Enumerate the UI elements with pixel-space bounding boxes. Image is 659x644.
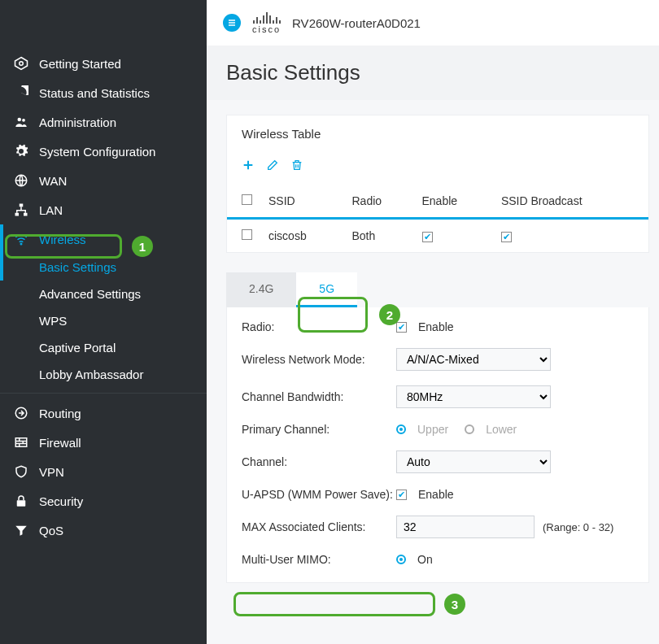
wireless-table-actions (227, 152, 648, 180)
primary-upper-radio[interactable] (396, 424, 406, 434)
sidebar-label: QoS (39, 524, 63, 537)
sidebar-item-qos[interactable]: QoS (0, 516, 207, 545)
page-title: Basic Settings (207, 46, 659, 100)
wireless-table: SSID Radio Enable SSID Broadcast ciscosb… (227, 185, 648, 252)
col-radio: Radio (346, 185, 416, 219)
primary-lower-text: Lower (486, 423, 517, 436)
primary-channel-label: Primary Channel: (242, 423, 396, 436)
sidebar-item-routing[interactable]: Routing (0, 398, 207, 428)
sidebar-sub-advanced-settings[interactable]: Advanced Settings (0, 281, 207, 307)
mimo-on-radio[interactable] (396, 555, 406, 564)
route-icon (11, 406, 31, 420)
sidebar-item-security[interactable]: Security (0, 486, 207, 516)
device-name: RV260W-routerA0D021 (292, 16, 421, 30)
svg-point-2 (18, 118, 22, 122)
lock-icon (11, 494, 31, 508)
sidebar-item-lan[interactable]: LAN (0, 195, 207, 224)
mode-label: Wireless Network Mode: (242, 353, 396, 366)
svg-point-8 (20, 243, 22, 245)
annotation-1: 1 (132, 236, 153, 257)
channel-select[interactable]: Auto (396, 450, 551, 473)
annotation-2: 2 (379, 304, 400, 325)
sidebar-label: LAN (39, 203, 63, 217)
delete-icon[interactable] (290, 159, 303, 175)
annotation-3: 3 (444, 594, 465, 615)
wireless-table-panel: Wireless Table SSID Radio Enable SSID Br… (226, 115, 649, 253)
sidebar-divider (0, 393, 207, 394)
sidebar-label: Routing (39, 407, 81, 420)
sidebar-label: Firewall (39, 436, 81, 450)
band-tabs: 2.4G 5G (226, 272, 649, 307)
max-clients-range: (Range: 0 - 32) (543, 521, 613, 533)
sidebar-item-firewall[interactable]: Firewall (0, 428, 207, 457)
max-clients-label: MAX Associated Clients: (242, 520, 396, 533)
cell-broadcast-checkbox[interactable]: ✔ (501, 232, 512, 242)
users-icon (11, 115, 31, 129)
gear-icon (11, 144, 31, 159)
edit-icon[interactable] (266, 159, 279, 175)
sidebar-sub-wps[interactable]: WPS (0, 307, 207, 334)
sidebar-label: WAN (39, 174, 67, 188)
channel-label: Channel: (242, 455, 396, 468)
table-row[interactable]: ciscosb Both ✔ ✔ (227, 219, 648, 253)
cell-ssid: ciscosb (262, 219, 346, 253)
uapsd-label: U-APSD (WMM Power Save): (242, 488, 396, 501)
sidebar-label: Getting Started (39, 57, 121, 71)
sidebar-item-wan[interactable]: WAN (0, 166, 207, 195)
network-icon (11, 202, 31, 217)
sidebar-item-getting-started[interactable]: Getting Started (0, 49, 207, 78)
svg-rect-6 (15, 213, 20, 216)
sidebar-item-vpn[interactable]: VPN (0, 457, 207, 486)
sidebar-sub-lobby-ambassador[interactable]: Lobby Ambassador (0, 361, 207, 388)
svg-marker-0 (15, 58, 28, 70)
uapsd-enable-text: Enable (418, 488, 454, 501)
svg-rect-10 (15, 438, 27, 447)
svg-rect-11 (17, 500, 26, 507)
sidebar-sub-basic-settings[interactable]: Basic Settings (0, 254, 207, 281)
sidebar-label: Status and Statistics (39, 86, 150, 100)
bandwidth-select[interactable]: 80MHz (396, 385, 551, 408)
radio-enable-checkbox[interactable]: ✔ (396, 322, 407, 333)
compass-icon (11, 56, 31, 71)
sidebar-item-status[interactable]: Status and Statistics (0, 78, 207, 107)
wifi-icon (11, 232, 31, 246)
uapsd-checkbox[interactable]: ✔ (396, 490, 407, 500)
sidebar-label: Wireless (39, 233, 86, 246)
mimo-label: Multi-User MIMO: (242, 553, 396, 566)
select-all-checkbox[interactable] (242, 194, 252, 205)
row-checkbox[interactable] (242, 229, 252, 240)
cell-enable-checkbox[interactable]: ✔ (422, 232, 433, 242)
sidebar-sub-captive-portal[interactable]: Captive Portal (0, 334, 207, 361)
header: cisco RV260W-routerA0D021 (207, 0, 659, 46)
mode-select[interactable]: A/N/AC-Mixed (396, 348, 551, 371)
radio-enable-text: Enable (418, 320, 454, 333)
sidebar-item-wireless[interactable]: Wireless (0, 224, 207, 254)
menu-toggle-icon[interactable] (223, 14, 241, 32)
wireless-5g-form: Radio: ✔ Enable Wireless Network Mode: A… (226, 307, 649, 583)
bandwidth-label: Channel Bandwidth: (242, 390, 396, 403)
sidebar-label: Security (39, 494, 83, 508)
primary-lower-radio[interactable] (465, 424, 474, 434)
sidebar-item-syscfg[interactable]: System Configuration (0, 137, 207, 166)
cisco-text: cisco (252, 24, 281, 34)
svg-point-1 (20, 62, 24, 66)
add-icon[interactable] (242, 159, 255, 175)
tab-2-4g[interactable]: 2.4G (226, 272, 296, 307)
primary-upper-text: Upper (417, 423, 448, 436)
globe-icon (11, 173, 31, 188)
col-ssid: SSID (262, 185, 346, 219)
tab-5g[interactable]: 5G (296, 272, 357, 307)
sidebar-label: VPN (39, 465, 64, 479)
main-content: Basic Settings Wireless Table SSID Radio… (207, 46, 659, 644)
pie-icon (11, 85, 31, 100)
col-broadcast: SSID Broadcast (495, 185, 648, 219)
max-clients-input[interactable] (396, 516, 535, 538)
firewall-icon (11, 435, 31, 450)
cell-radio: Both (346, 219, 416, 253)
shield-icon (11, 464, 31, 479)
sidebar: Getting Started Status and Statistics Ad… (0, 0, 207, 644)
wireless-table-title: Wireless Table (227, 115, 648, 152)
sidebar-item-administration[interactable]: Administration (0, 107, 207, 137)
filter-icon (11, 523, 31, 537)
sidebar-label: System Configuration (39, 145, 155, 159)
